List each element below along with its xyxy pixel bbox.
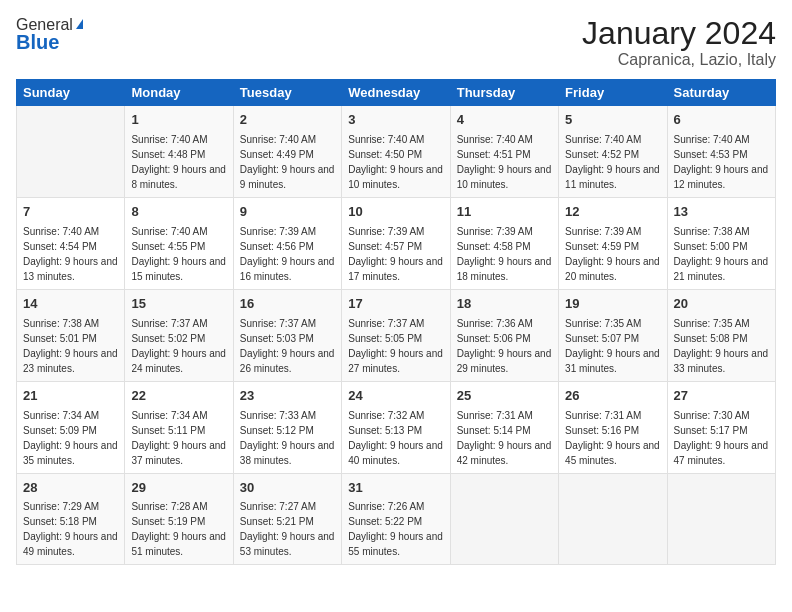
day-number: 24 xyxy=(348,387,443,406)
calendar-cell: 10Sunrise: 7:39 AMSunset: 4:57 PMDayligh… xyxy=(342,198,450,290)
day-info: Sunrise: 7:39 AMSunset: 4:57 PMDaylight:… xyxy=(348,224,443,284)
day-info: Sunrise: 7:40 AMSunset: 4:54 PMDaylight:… xyxy=(23,224,118,284)
day-number: 4 xyxy=(457,111,552,130)
day-number: 1 xyxy=(131,111,226,130)
day-info: Sunrise: 7:38 AMSunset: 5:00 PMDaylight:… xyxy=(674,224,769,284)
day-number: 10 xyxy=(348,203,443,222)
calendar-table: SundayMondayTuesdayWednesdayThursdayFrid… xyxy=(16,79,776,565)
calendar-cell xyxy=(450,473,558,565)
day-info: Sunrise: 7:33 AMSunset: 5:12 PMDaylight:… xyxy=(240,408,335,468)
day-number: 7 xyxy=(23,203,118,222)
header-day-saturday: Saturday xyxy=(667,80,775,106)
day-info: Sunrise: 7:31 AMSunset: 5:16 PMDaylight:… xyxy=(565,408,660,468)
calendar-cell: 22Sunrise: 7:34 AMSunset: 5:11 PMDayligh… xyxy=(125,381,233,473)
day-info: Sunrise: 7:38 AMSunset: 5:01 PMDaylight:… xyxy=(23,316,118,376)
day-info: Sunrise: 7:31 AMSunset: 5:14 PMDaylight:… xyxy=(457,408,552,468)
day-info: Sunrise: 7:27 AMSunset: 5:21 PMDaylight:… xyxy=(240,499,335,559)
day-info: Sunrise: 7:40 AMSunset: 4:51 PMDaylight:… xyxy=(457,132,552,192)
day-info: Sunrise: 7:36 AMSunset: 5:06 PMDaylight:… xyxy=(457,316,552,376)
day-info: Sunrise: 7:40 AMSunset: 4:55 PMDaylight:… xyxy=(131,224,226,284)
header-day-monday: Monday xyxy=(125,80,233,106)
month-title: January 2024 xyxy=(582,16,776,51)
day-info: Sunrise: 7:37 AMSunset: 5:03 PMDaylight:… xyxy=(240,316,335,376)
calendar-header: SundayMondayTuesdayWednesdayThursdayFrid… xyxy=(17,80,776,106)
week-row-4: 28Sunrise: 7:29 AMSunset: 5:18 PMDayligh… xyxy=(17,473,776,565)
day-number: 14 xyxy=(23,295,118,314)
calendar-cell: 12Sunrise: 7:39 AMSunset: 4:59 PMDayligh… xyxy=(559,198,667,290)
day-number: 29 xyxy=(131,479,226,498)
day-info: Sunrise: 7:40 AMSunset: 4:53 PMDaylight:… xyxy=(674,132,769,192)
day-number: 31 xyxy=(348,479,443,498)
calendar-cell xyxy=(667,473,775,565)
day-info: Sunrise: 7:39 AMSunset: 4:59 PMDaylight:… xyxy=(565,224,660,284)
day-number: 25 xyxy=(457,387,552,406)
day-number: 18 xyxy=(457,295,552,314)
calendar-cell: 24Sunrise: 7:32 AMSunset: 5:13 PMDayligh… xyxy=(342,381,450,473)
week-row-1: 7Sunrise: 7:40 AMSunset: 4:54 PMDaylight… xyxy=(17,198,776,290)
calendar-cell: 30Sunrise: 7:27 AMSunset: 5:21 PMDayligh… xyxy=(233,473,341,565)
week-row-3: 21Sunrise: 7:34 AMSunset: 5:09 PMDayligh… xyxy=(17,381,776,473)
calendar-cell: 20Sunrise: 7:35 AMSunset: 5:08 PMDayligh… xyxy=(667,289,775,381)
day-number: 20 xyxy=(674,295,769,314)
day-number: 16 xyxy=(240,295,335,314)
day-info: Sunrise: 7:35 AMSunset: 5:08 PMDaylight:… xyxy=(674,316,769,376)
header-day-friday: Friday xyxy=(559,80,667,106)
calendar-cell: 3Sunrise: 7:40 AMSunset: 4:50 PMDaylight… xyxy=(342,106,450,198)
day-number: 17 xyxy=(348,295,443,314)
day-info: Sunrise: 7:39 AMSunset: 4:58 PMDaylight:… xyxy=(457,224,552,284)
location: Capranica, Lazio, Italy xyxy=(582,51,776,69)
calendar-cell: 2Sunrise: 7:40 AMSunset: 4:49 PMDaylight… xyxy=(233,106,341,198)
calendar-cell: 8Sunrise: 7:40 AMSunset: 4:55 PMDaylight… xyxy=(125,198,233,290)
day-number: 5 xyxy=(565,111,660,130)
day-number: 22 xyxy=(131,387,226,406)
calendar-cell xyxy=(559,473,667,565)
calendar-cell: 23Sunrise: 7:33 AMSunset: 5:12 PMDayligh… xyxy=(233,381,341,473)
day-number: 9 xyxy=(240,203,335,222)
calendar-body: 1Sunrise: 7:40 AMSunset: 4:48 PMDaylight… xyxy=(17,106,776,565)
day-info: Sunrise: 7:40 AMSunset: 4:50 PMDaylight:… xyxy=(348,132,443,192)
day-info: Sunrise: 7:29 AMSunset: 5:18 PMDaylight:… xyxy=(23,499,118,559)
calendar-cell: 5Sunrise: 7:40 AMSunset: 4:52 PMDaylight… xyxy=(559,106,667,198)
day-number: 21 xyxy=(23,387,118,406)
calendar-cell: 31Sunrise: 7:26 AMSunset: 5:22 PMDayligh… xyxy=(342,473,450,565)
calendar-cell: 28Sunrise: 7:29 AMSunset: 5:18 PMDayligh… xyxy=(17,473,125,565)
day-number: 13 xyxy=(674,203,769,222)
calendar-cell: 17Sunrise: 7:37 AMSunset: 5:05 PMDayligh… xyxy=(342,289,450,381)
day-info: Sunrise: 7:30 AMSunset: 5:17 PMDaylight:… xyxy=(674,408,769,468)
calendar-cell xyxy=(17,106,125,198)
day-number: 6 xyxy=(674,111,769,130)
day-info: Sunrise: 7:39 AMSunset: 4:56 PMDaylight:… xyxy=(240,224,335,284)
day-info: Sunrise: 7:34 AMSunset: 5:11 PMDaylight:… xyxy=(131,408,226,468)
calendar-cell: 1Sunrise: 7:40 AMSunset: 4:48 PMDaylight… xyxy=(125,106,233,198)
day-info: Sunrise: 7:32 AMSunset: 5:13 PMDaylight:… xyxy=(348,408,443,468)
calendar-cell: 6Sunrise: 7:40 AMSunset: 4:53 PMDaylight… xyxy=(667,106,775,198)
day-number: 15 xyxy=(131,295,226,314)
header-day-thursday: Thursday xyxy=(450,80,558,106)
calendar-cell: 26Sunrise: 7:31 AMSunset: 5:16 PMDayligh… xyxy=(559,381,667,473)
calendar-cell: 21Sunrise: 7:34 AMSunset: 5:09 PMDayligh… xyxy=(17,381,125,473)
day-number: 19 xyxy=(565,295,660,314)
logo: General Blue xyxy=(16,16,83,54)
title-block: January 2024 Capranica, Lazio, Italy xyxy=(582,16,776,69)
header-day-tuesday: Tuesday xyxy=(233,80,341,106)
calendar-cell: 16Sunrise: 7:37 AMSunset: 5:03 PMDayligh… xyxy=(233,289,341,381)
day-info: Sunrise: 7:40 AMSunset: 4:49 PMDaylight:… xyxy=(240,132,335,192)
day-number: 27 xyxy=(674,387,769,406)
logo-icon xyxy=(76,19,83,29)
calendar-cell: 27Sunrise: 7:30 AMSunset: 5:17 PMDayligh… xyxy=(667,381,775,473)
calendar-cell: 11Sunrise: 7:39 AMSunset: 4:58 PMDayligh… xyxy=(450,198,558,290)
header-row: SundayMondayTuesdayWednesdayThursdayFrid… xyxy=(17,80,776,106)
day-info: Sunrise: 7:37 AMSunset: 5:05 PMDaylight:… xyxy=(348,316,443,376)
header: General Blue January 2024 Capranica, Laz… xyxy=(16,16,776,69)
day-number: 11 xyxy=(457,203,552,222)
calendar-cell: 7Sunrise: 7:40 AMSunset: 4:54 PMDaylight… xyxy=(17,198,125,290)
day-info: Sunrise: 7:40 AMSunset: 4:48 PMDaylight:… xyxy=(131,132,226,192)
day-info: Sunrise: 7:28 AMSunset: 5:19 PMDaylight:… xyxy=(131,499,226,559)
header-day-wednesday: Wednesday xyxy=(342,80,450,106)
week-row-0: 1Sunrise: 7:40 AMSunset: 4:48 PMDaylight… xyxy=(17,106,776,198)
calendar-cell: 9Sunrise: 7:39 AMSunset: 4:56 PMDaylight… xyxy=(233,198,341,290)
calendar-cell: 25Sunrise: 7:31 AMSunset: 5:14 PMDayligh… xyxy=(450,381,558,473)
day-number: 8 xyxy=(131,203,226,222)
day-number: 30 xyxy=(240,479,335,498)
calendar-cell: 15Sunrise: 7:37 AMSunset: 5:02 PMDayligh… xyxy=(125,289,233,381)
